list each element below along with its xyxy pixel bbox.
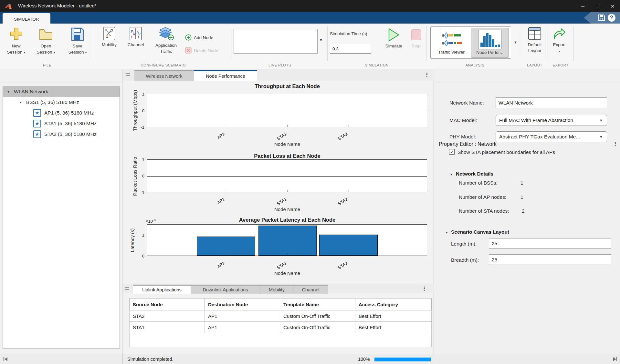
save-session-button[interactable]: Save Session ▾ (65, 27, 90, 56)
node-performance-icon (478, 30, 501, 49)
x-tick: AP1 (216, 131, 226, 140)
open-session-button[interactable]: Open Session ▾ (34, 27, 58, 56)
section-divider (573, 26, 574, 61)
application-traffic-button[interactable]: Application Traffic (151, 27, 181, 55)
phy-model-label: PHY Model: (449, 134, 476, 140)
default-layout-icon (528, 27, 541, 40)
new-session-caret-icon: ▾ (24, 51, 25, 54)
tree-item-bss1[interactable]: ▾ BSS1 (5, 36) 5180 MHz (3, 97, 120, 107)
scenario-canvas-caret-icon[interactable]: ▾ (446, 230, 448, 235)
analysis-gallery-caret-icon[interactable]: ▼ (514, 40, 517, 44)
expand-caret-icon[interactable]: ▾ (20, 100, 22, 105)
tree-item-sta2[interactable]: ★ STA2 (5, 36) 5180 MHz (3, 129, 120, 139)
table-row[interactable]: STA1 AP1 Custom On-Off Traffic Best Effo… (130, 322, 432, 333)
ribbon-tab-row: SIMULATOR ? (0, 12, 620, 24)
detail-label: Number of STA nodes: (459, 208, 509, 214)
axis-multiplier: ×10-3 (146, 218, 156, 224)
detail-value: 1 (520, 180, 523, 186)
column-header: Source Node (130, 298, 205, 310)
simulation-time-label: Simulation Time (s) (330, 31, 367, 36)
network-details-caret-icon[interactable]: ▾ (450, 172, 452, 177)
export-button[interactable]: Export ▾ (548, 27, 570, 54)
progress-percent-label: 100% (357, 357, 370, 362)
tab-uplink-applications[interactable]: Uplink Applications (133, 285, 191, 294)
open-session-caret-icon: ▾ (53, 51, 55, 54)
network-details-header[interactable]: Network Details (456, 171, 493, 177)
packet-loss-chart: Packet Loss at Each Node Packet Loss Rat… (122, 150, 434, 219)
delete-node-button[interactable]: Delete Node (185, 47, 218, 54)
canvas-panel: Wireless Network Node Performance ⋮ Thro… (122, 69, 434, 354)
table-header-row: Source Node Destination Node Template Na… (130, 298, 432, 310)
x-tick: STA2 (337, 131, 349, 141)
close-button[interactable]: × (605, 0, 620, 12)
tab-node-performance[interactable]: Node Performance (194, 70, 257, 81)
plot-area (147, 159, 427, 192)
quick-save-icon[interactable] (598, 14, 605, 21)
collapse-right-panel-icon[interactable] (612, 356, 618, 362)
panel-drag-handle[interactable] (125, 287, 129, 290)
add-node-button[interactable]: Add Node (185, 34, 213, 41)
table-empty-row (130, 333, 432, 347)
network-browser-panel: Network Browser ⋮ ▾ WLAN Network ▾ BSS1 … (0, 69, 122, 354)
x-tick: STA1 (276, 131, 288, 141)
application-table-menu-icon[interactable]: ⋮ (422, 286, 427, 292)
length-input[interactable] (489, 238, 611, 249)
data-line-zero (147, 111, 427, 111)
tab-downlink-applications[interactable]: Downlink Applications (191, 285, 260, 294)
simulate-button[interactable]: Simulate (382, 28, 405, 49)
help-icon[interactable]: ? (608, 14, 615, 22)
node-performance-button[interactable]: Node Perfor... (471, 28, 509, 58)
quick-access-toolbar: ? (584, 12, 620, 24)
throughput-chart: Throughput at Each Node Throughput (Mbps… (122, 82, 434, 150)
scenario-canvas-header[interactable]: Scenario Canvas Layout (451, 229, 509, 235)
network-name-label: Network Name: (449, 100, 484, 106)
channel-button[interactable]: Channel (124, 27, 147, 48)
collapse-left-panel-icon[interactable] (3, 356, 8, 362)
property-editor-menu-icon[interactable]: ⋮ (613, 141, 618, 147)
default-layout-button[interactable]: Default Layout (523, 27, 546, 54)
section-label-configure-scenario: CONFIGURE SCENARIO (141, 63, 185, 67)
cell: Best Effort (355, 310, 432, 322)
network-name-input[interactable] (496, 97, 607, 108)
plot-area (147, 94, 427, 127)
detail-label: Number of BSSs: (459, 180, 498, 186)
breadth-input[interactable] (489, 254, 611, 265)
tab-simulator[interactable]: SIMULATOR (3, 13, 50, 25)
progress-bar-fill (374, 358, 431, 361)
traffic-viewer-button[interactable]: Traffic Viewer (433, 28, 470, 58)
chart-title: Packet Loss at Each Node (254, 153, 320, 159)
sta-boundaries-checkbox[interactable]: ✓ (449, 149, 455, 155)
simulate-play-icon (388, 28, 400, 42)
live-plots-caret-icon[interactable]: ▼ (319, 38, 323, 42)
new-session-button[interactable]: New Session ▾ (5, 27, 28, 56)
section-label-layout: LAYOUT (527, 63, 542, 67)
panel-drag-handle[interactable] (126, 73, 130, 76)
tab-mobility[interactable]: Mobility (260, 285, 293, 294)
phy-model-dropdown[interactable]: Abstract PHY TGax Evaluation Me... ▼ (496, 131, 607, 142)
application-traffic-icon (158, 27, 174, 41)
section-divider (426, 26, 427, 61)
tree-item-wlan-network[interactable]: ▾ WLAN Network (3, 86, 120, 97)
live-plots-listbox[interactable] (234, 29, 318, 54)
minimize-button[interactable]: – (575, 0, 590, 12)
mac-model-dropdown[interactable]: Full MAC With Frame Abstraction ▼ (496, 115, 607, 126)
status-bar: Simulation completed. 100% (0, 354, 620, 364)
status-message: Simulation completed. (127, 357, 173, 362)
x-tick: STA1 (276, 197, 288, 206)
section-label-live-plots: LIVE PLOTS (268, 63, 291, 67)
canvas-menu-icon[interactable]: ⋮ (424, 72, 429, 78)
mobility-button[interactable]: Mobility (98, 27, 121, 48)
simulation-time-input[interactable] (330, 44, 371, 54)
expand-caret-icon[interactable]: ▾ (7, 89, 9, 94)
tree-item-ap1[interactable]: ★ AP1 (5, 36) 5180 MHz (3, 107, 120, 118)
tab-wireless-network[interactable]: Wireless Network (134, 70, 194, 81)
stop-button[interactable]: Stop (408, 28, 425, 49)
analysis-gallery: Traffic Viewer Node Perfor... (430, 26, 511, 59)
table-row[interactable]: STA2 AP1 Custom On-Off Traffic Best Effo… (130, 310, 432, 322)
restore-button[interactable] (590, 0, 605, 12)
bar-sta2 (319, 235, 378, 256)
tab-channel[interactable]: Channel (293, 285, 328, 294)
breadth-label: Breadth (m): (451, 257, 479, 263)
mobility-icon (103, 27, 115, 40)
tree-item-sta1[interactable]: ★ STA1 (5, 36) 5180 MHz (3, 118, 120, 129)
